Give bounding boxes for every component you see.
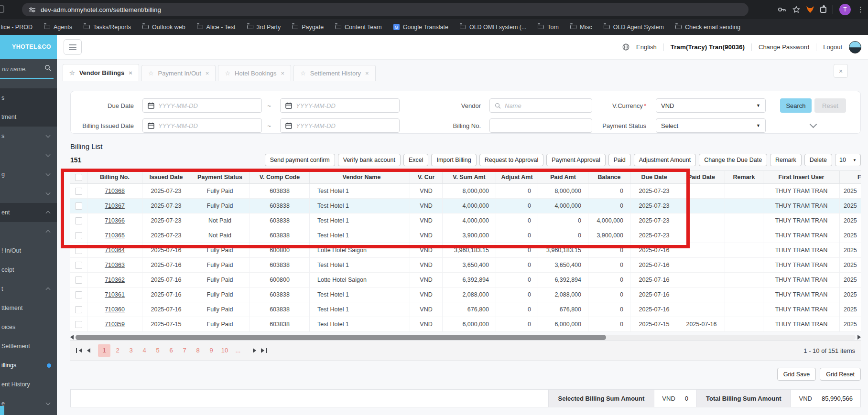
toolbar-button[interactable]: Change the Due Date: [699, 154, 767, 166]
hamburger-menu-button[interactable]: [64, 39, 82, 55]
issued-date-from-input[interactable]: YYYY-MM-DD: [142, 118, 262, 133]
toolbar-button[interactable]: Delete: [804, 154, 832, 166]
row-checkbox[interactable]: [75, 321, 82, 328]
toolbar-button[interactable]: Remark: [770, 154, 802, 166]
page-button[interactable]: 4: [138, 344, 151, 357]
row-checkbox[interactable]: [75, 188, 82, 195]
sidebar-item[interactable]: ent: [0, 203, 57, 222]
due-date-from-input[interactable]: YYYY-MM-DD: [142, 98, 262, 113]
bookmark-item[interactable]: Content Team: [335, 24, 382, 31]
page-button[interactable]: 10: [218, 344, 231, 357]
password-key-icon[interactable]: [778, 6, 786, 13]
bookmark-item[interactable]: 3rd Party: [247, 24, 281, 31]
billing-no-link[interactable]: 710364: [105, 247, 125, 254]
sidebar-item[interactable]: t: [0, 279, 57, 298]
close-icon[interactable]: ×: [281, 70, 285, 77]
logout-link[interactable]: Logout: [823, 43, 842, 51]
bookmark-item[interactable]: Agents: [44, 24, 72, 31]
star-icon[interactable]: ☆: [69, 69, 75, 76]
row-checkbox[interactable]: [75, 306, 82, 313]
page-size-select[interactable]: 10▼: [835, 154, 861, 166]
star-icon[interactable]: ☆: [300, 70, 306, 77]
scroll-left-arrow-icon[interactable]: [70, 335, 74, 340]
tab-payment-in-out[interactable]: ☆ Payment In/Out ×: [141, 65, 216, 81]
sidebar-item[interactable]: e: [0, 394, 57, 413]
tab-hotel-bookings[interactable]: ☆ Hotel Bookings ×: [218, 65, 291, 81]
scroll-right-arrow-icon[interactable]: [857, 335, 861, 340]
vendor-input[interactable]: Name: [489, 98, 592, 113]
row-checkbox[interactable]: [75, 247, 82, 254]
previous-page-button[interactable]: [87, 348, 90, 353]
scrollbar-track[interactable]: [76, 335, 856, 340]
billing-no-link[interactable]: 710360: [105, 306, 125, 313]
sidebar-item[interactable]: oices: [0, 318, 57, 337]
toolbar-button[interactable]: Paid: [608, 154, 631, 166]
sidebar-item[interactable]: [0, 184, 57, 203]
menu-search-input[interactable]: nu name.: [0, 59, 57, 80]
row-checkbox[interactable]: [75, 232, 82, 239]
bookmark-item[interactable]: Tasks/Reports: [84, 24, 131, 31]
bookmark-item[interactable]: Tom: [538, 24, 559, 31]
tab-vendor-billings[interactable]: ☆ Vendor Billings ×: [63, 64, 139, 81]
sidebar-item[interactable]: ttlement: [0, 298, 57, 318]
sidebar-item[interactable]: ceipt: [0, 260, 57, 279]
bookmark-item[interactable]: Alice - Test: [197, 24, 236, 31]
row-checkbox[interactable]: [75, 202, 82, 210]
billing-no-link[interactable]: 710359: [105, 321, 125, 328]
close-icon[interactable]: ×: [206, 70, 209, 77]
grid-reset-button[interactable]: Grid Reset: [820, 368, 861, 381]
star-icon[interactable]: ☆: [148, 70, 154, 77]
payment-status-select[interactable]: Select ▼: [656, 118, 766, 133]
sidebar-item[interactable]: s: [0, 127, 57, 146]
due-date-to-input[interactable]: YYYY-MM-DD: [280, 98, 400, 113]
page-button[interactable]: 5: [152, 344, 164, 357]
bookmark-item[interactable]: Check email sending: [675, 24, 740, 31]
page-button[interactable]: 8: [192, 344, 204, 357]
bookmark-item[interactable]: Outlook web: [142, 24, 185, 31]
row-checkbox[interactable]: [75, 217, 82, 224]
bookmark-item[interactable]: OLD Agent System: [604, 24, 664, 31]
close-icon[interactable]: ×: [365, 70, 369, 77]
extensions-puzzle-icon[interactable]: [820, 7, 826, 13]
filter-expander[interactable]: [780, 125, 846, 127]
row-checkbox[interactable]: [75, 277, 82, 284]
sidebar-item[interactable]: ! In/Out: [0, 241, 57, 260]
page-button[interactable]: 1: [98, 344, 110, 357]
search-button[interactable]: Search: [780, 98, 812, 113]
toolbar-button[interactable]: Request to Approval: [479, 154, 544, 166]
bookmark-item[interactable]: Paygate: [292, 24, 324, 31]
scrollbar-thumb[interactable]: [76, 335, 606, 340]
sidebar-item[interactable]: [0, 222, 57, 241]
row-checkbox[interactable]: [75, 262, 82, 269]
browser-profile-avatar[interactable]: T: [839, 4, 851, 15]
toolbar-button[interactable]: Adjustment Amount: [634, 154, 696, 166]
billing-no-link[interactable]: 710361: [105, 291, 125, 298]
bookmark-item[interactable]: GGoogle Translate: [393, 24, 448, 31]
billing-no-link[interactable]: 710362: [105, 277, 125, 283]
next-page-button[interactable]: [253, 348, 256, 353]
close-icon[interactable]: ×: [129, 69, 132, 76]
address-bar[interactable]: dev-adm.ohmyhotel.com/settlement/billing: [22, 3, 749, 16]
bookmark-item[interactable]: lice - PROD: [1, 24, 33, 31]
page-button[interactable]: 6: [165, 344, 177, 357]
page-button[interactable]: ...: [232, 344, 244, 357]
select-all-checkbox[interactable]: [75, 174, 82, 181]
page-button[interactable]: 9: [205, 344, 217, 357]
page-button[interactable]: 2: [111, 344, 124, 357]
sidebar-item[interactable]: illings: [0, 356, 57, 375]
sidebar-item[interactable]: s: [0, 88, 57, 107]
sidebar-item[interactable]: tment: [0, 107, 57, 127]
toolbar-button[interactable]: Payment Approval: [546, 154, 605, 166]
star-icon[interactable]: ☆: [225, 70, 230, 77]
sidebar-item[interactable]: Settlement: [0, 337, 57, 356]
issued-date-to-input[interactable]: YYYY-MM-DD: [280, 118, 400, 133]
billing-no-link[interactable]: 710368: [105, 188, 125, 194]
page-button[interactable]: 3: [125, 344, 137, 357]
billing-no-link[interactable]: 710367: [105, 202, 125, 209]
toolbar-button[interactable]: Import Billing: [431, 154, 476, 166]
v-currency-select[interactable]: VND ▼: [656, 98, 766, 113]
reset-button[interactable]: Reset: [814, 98, 846, 113]
billing-no-link[interactable]: 710363: [105, 262, 125, 268]
billing-no-link[interactable]: 710366: [105, 217, 125, 224]
billing-no-input[interactable]: [489, 118, 592, 133]
